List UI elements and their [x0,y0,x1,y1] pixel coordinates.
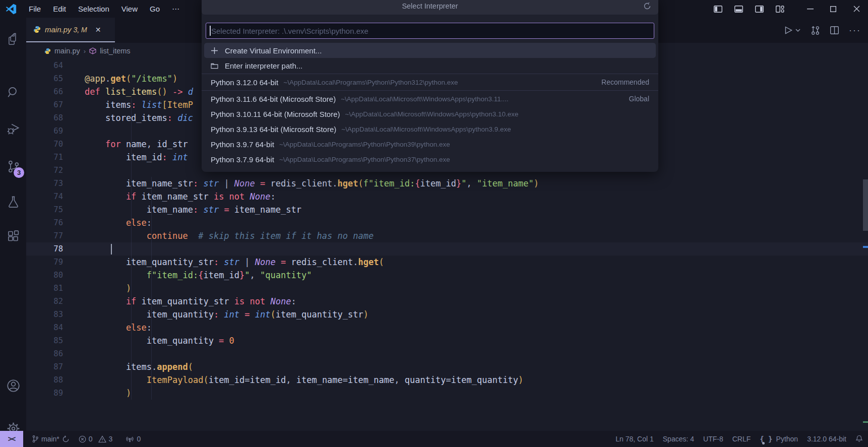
menu-file[interactable]: File [24,3,46,15]
line-number[interactable]: 75 [26,203,85,216]
encoding-item[interactable]: UTF-8 [699,431,728,447]
toggle-sidebar-icon[interactable] [714,6,722,13]
testing-icon[interactable] [0,189,26,214]
code-line-78[interactable]: 78 [26,242,868,256]
line-number[interactable]: 87 [26,360,85,373]
explorer-icon[interactable] [0,27,26,51]
enter-interpreter-path-option[interactable]: Enter interpreter path... [202,58,658,73]
line-number[interactable]: 76 [26,216,85,229]
line-number[interactable]: 71 [26,151,85,164]
tab-close-icon[interactable]: ✕ [93,25,103,35]
code-line-74[interactable]: 74 if item_name_str is not None: [26,190,868,203]
code-line-85[interactable]: 85 item_quantity = 0 [26,334,868,347]
indentation-item[interactable]: Spaces: 4 [658,431,699,447]
cursor-position-item[interactable]: Ln 78, Col 1 [611,431,658,447]
code-line-84[interactable]: 84 else: [26,321,868,334]
line-number[interactable]: 64 [26,59,85,72]
line-number[interactable]: 78 [26,242,85,256]
menu-selection[interactable]: Selection [73,3,114,15]
search-icon[interactable] [0,80,26,104]
code-line-80[interactable]: 80 f"item_id:{item_id}", "quantity" [26,269,868,282]
code-line-83[interactable]: 83 item_quantity: int = int(item_quantit… [26,308,868,321]
line-number[interactable]: 82 [26,295,85,308]
line-number[interactable]: 88 [26,373,85,387]
line-number[interactable]: 81 [26,282,85,295]
interpreter-option-5[interactable]: Python 3.9.7 64-bit~\AppData\Local\Progr… [202,137,658,152]
list-separator [202,90,658,91]
tab-main-py[interactable]: main.py 3, M ✕ [26,18,115,42]
split-editor-icon[interactable] [830,26,839,34]
extensions-icon[interactable] [0,224,26,248]
refresh-interpreters-icon[interactable] [640,0,654,13]
line-number[interactable]: 65 [26,72,85,85]
interpreter-option-4[interactable]: Python 3.9.13 64-bit (Microsoft Store)~\… [202,121,658,137]
language-mode-item[interactable]: { } Python [755,431,802,447]
select-interpreter-dialog: Select Interpreter Create Virtual Enviro… [202,0,658,172]
menu-overflow[interactable]: ⋯ [167,3,184,15]
code-line-86[interactable]: 86 [26,347,868,360]
line-number[interactable]: 69 [26,124,85,138]
option-label: Enter interpreter path... [225,61,302,70]
line-number[interactable]: 68 [26,111,85,124]
line-number[interactable]: 89 [26,387,85,400]
interpreter-search-input[interactable] [206,23,654,39]
breadcrumb-symbol[interactable]: list_items [100,47,130,55]
code-text: item_name: str = item_name_str [85,203,301,216]
code-line-73[interactable]: 73 item_name_str: str | None = redis_cli… [26,177,868,190]
menu-view[interactable]: View [116,3,143,15]
run-python-button[interactable] [785,26,800,34]
interpreter-option-1[interactable]: Python 3.12.0 64-bit~\AppData\Local\Prog… [202,75,658,90]
create-venv-option[interactable]: Create Virtual Environment... [204,43,656,58]
code-line-76[interactable]: 76 else: [26,216,868,229]
line-number[interactable]: 86 [26,347,85,360]
problems-status-item[interactable]: 0 3 [74,431,117,447]
run-debug-icon[interactable] [0,116,26,141]
toggle-panel-icon[interactable] [734,6,743,13]
code-line-82[interactable]: 82 if item_quantity_str is not None: [26,295,868,308]
eol-item[interactable]: CRLF [728,431,756,447]
breadcrumb-file[interactable]: main.py [54,47,80,55]
code-line-81[interactable]: 81 ) [26,282,868,295]
code-line-88[interactable]: 88 ItemPayload(item_id=item_id, item_nam… [26,373,868,387]
accounts-icon[interactable] [0,373,26,398]
line-number[interactable]: 74 [26,190,85,203]
code-text: if item_quantity_str is not None: [85,295,296,308]
menu-edit[interactable]: Edit [48,3,71,15]
open-changes-icon[interactable] [811,26,820,35]
code-line-79[interactable]: 79 item_quantity_str: str | None = redis… [26,256,868,269]
line-number[interactable]: 84 [26,321,85,334]
toggle-secondary-sidebar-icon[interactable] [755,6,764,13]
code-line-75[interactable]: 75 item_name: str = item_name_str [26,203,868,216]
code-line-87[interactable]: 87 items.append( [26,360,868,373]
branch-status-item[interactable]: main* [27,431,74,447]
line-number[interactable]: 72 [26,164,85,177]
line-number[interactable]: 83 [26,308,85,321]
more-actions-icon[interactable]: ··· [849,25,861,36]
interpreter-option-3[interactable]: Python 3.10.11 64-bit (Microsoft Store)~… [202,106,658,121]
line-number[interactable]: 79 [26,256,85,269]
editor-scrollbar-thumb[interactable] [863,179,868,231]
code-line-89[interactable]: 89 ) [26,387,868,400]
ports-status-item[interactable]: 0 [121,431,145,447]
code-text: else: [85,216,152,229]
interpreter-option-6[interactable]: Python 3.7.9 64-bit~\AppData\Local\Progr… [202,152,658,167]
maximize-button[interactable] [822,0,845,18]
option-description: ~\AppData\Local\Programs\Python\Python37… [279,156,450,163]
remote-indicator[interactable]: >< [0,431,23,447]
line-number[interactable]: 70 [26,138,85,151]
minimize-button[interactable] [798,0,822,18]
close-window-button[interactable] [845,0,868,18]
line-number[interactable]: 67 [26,98,85,111]
python-interpreter-item[interactable]: 3.12.0 64-bit [802,431,851,447]
line-number[interactable]: 85 [26,334,85,347]
line-number[interactable]: 73 [26,177,85,190]
code-line-77[interactable]: 77 continue # skip this item if it has n… [26,229,868,242]
notifications-bell[interactable] [851,431,865,447]
menu-go[interactable]: Go [145,3,165,15]
customize-layout-icon[interactable] [776,6,784,13]
interpreter-option-2[interactable]: Python 3.11.6 64-bit (Microsoft Store)~\… [202,91,658,106]
line-number[interactable]: 66 [26,85,85,98]
line-number[interactable]: 77 [26,229,85,242]
option-label: Create Virtual Environment... [225,46,322,55]
line-number[interactable]: 80 [26,269,85,282]
